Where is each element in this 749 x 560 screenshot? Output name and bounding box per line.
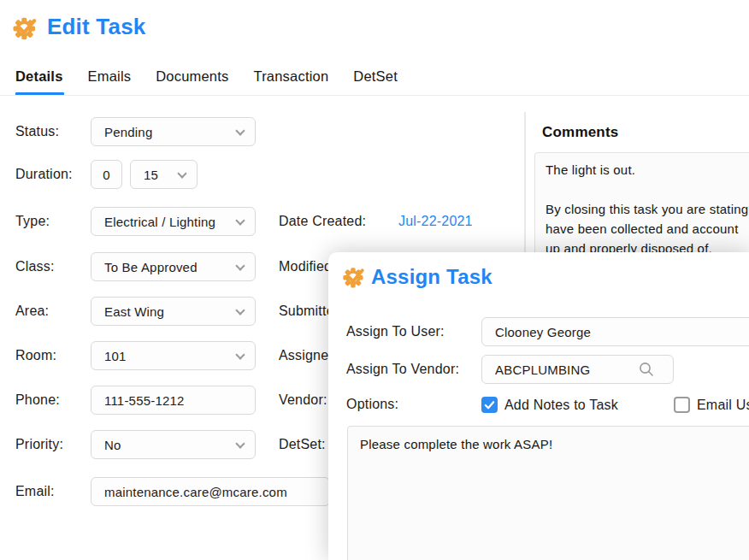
duration-hours-input[interactable] bbox=[91, 160, 122, 189]
vendor-label: Vendor: bbox=[279, 386, 327, 415]
phone-input[interactable] bbox=[91, 386, 256, 415]
comment-line: The light is out. bbox=[546, 160, 749, 180]
tab-transaction[interactable]: Transaction bbox=[254, 68, 329, 85]
add-notes-checkbox[interactable] bbox=[481, 397, 498, 413]
chevron-down-icon bbox=[235, 215, 245, 225]
class-select[interactable]: To Be Approved bbox=[91, 252, 256, 281]
priority-select[interactable]: No bbox=[91, 430, 256, 459]
priority-value: No bbox=[104, 438, 121, 452]
comment-line bbox=[546, 180, 749, 199]
assign-vendor-label: Assign To Vendor: bbox=[346, 355, 459, 384]
class-label: Class: bbox=[15, 252, 89, 281]
assign-task-modal: Assign Task Assign To User: Assign To Ve… bbox=[328, 252, 749, 560]
area-value: East Wing bbox=[104, 304, 164, 319]
area-label: Area: bbox=[15, 297, 89, 326]
assign-notes-textarea[interactable]: Please complete the work ASAP! bbox=[347, 426, 749, 560]
modified-label: Modified: bbox=[279, 252, 336, 281]
add-notes-label: Add Notes to Task bbox=[504, 394, 618, 416]
assign-user-input[interactable] bbox=[481, 317, 749, 346]
tab-emails[interactable]: Emails bbox=[88, 68, 132, 85]
tab-details[interactable]: Details bbox=[15, 68, 63, 85]
type-select[interactable]: Electrical / Lighting bbox=[91, 207, 256, 236]
room-select[interactable]: 101 bbox=[91, 341, 256, 370]
options-label: Options: bbox=[346, 392, 398, 417]
tabs-divider bbox=[0, 95, 749, 96]
gear-check-logo-icon bbox=[341, 262, 368, 289]
type-value: Electrical / Lighting bbox=[104, 215, 215, 229]
type-label: Type: bbox=[15, 207, 89, 236]
search-icon[interactable] bbox=[639, 362, 654, 377]
duration-minutes-select[interactable]: 15 bbox=[130, 160, 198, 189]
date-created-label: Date Created: bbox=[279, 207, 366, 236]
tab-documents[interactable]: Documents bbox=[156, 68, 228, 85]
duration-minutes-value: 15 bbox=[144, 168, 158, 182]
comment-line: By closing this task you are stating bbox=[546, 199, 749, 219]
status-value: Pending bbox=[104, 125, 152, 139]
room-label: Room: bbox=[15, 341, 89, 370]
gear-check-logo-icon bbox=[11, 12, 40, 41]
check-icon bbox=[484, 399, 495, 410]
chevron-down-icon bbox=[235, 261, 245, 270]
edit-task-page: Edit Task Details Emails Documents Trans… bbox=[0, 0, 749, 560]
email-input[interactable] bbox=[91, 477, 330, 506]
chevron-down-icon bbox=[235, 350, 245, 359]
class-value: To Be Approved bbox=[104, 260, 198, 274]
chevron-down-icon bbox=[235, 126, 245, 135]
detset-label: DetSet: bbox=[279, 430, 326, 459]
status-label: Status: bbox=[15, 117, 89, 146]
email-user-label: Email User bbox=[697, 394, 749, 416]
tab-detset[interactable]: DetSet bbox=[353, 68, 398, 85]
status-select[interactable]: Pending bbox=[91, 117, 256, 146]
email-user-checkbox[interactable] bbox=[674, 397, 690, 413]
assign-user-label: Assign To User: bbox=[346, 317, 445, 346]
chevron-down-icon bbox=[235, 439, 245, 448]
date-created-value: Jul-22-2021 bbox=[398, 207, 473, 236]
area-select[interactable]: East Wing bbox=[91, 297, 256, 326]
modal-title: Assign Task bbox=[371, 265, 492, 289]
tab-bar: Details Emails Documents Transaction Det… bbox=[15, 68, 398, 85]
duration-label: Duration: bbox=[15, 160, 89, 189]
chevron-down-icon bbox=[177, 168, 186, 178]
email-label: Email: bbox=[15, 477, 89, 506]
room-value: 101 bbox=[104, 349, 127, 363]
phone-label: Phone: bbox=[15, 386, 89, 415]
comments-title: Comments bbox=[542, 124, 618, 141]
comment-line: have been collected and account bbox=[546, 219, 749, 239]
page-title: Edit Task bbox=[47, 14, 145, 40]
chevron-down-icon bbox=[235, 305, 245, 315]
priority-label: Priority: bbox=[15, 430, 89, 459]
